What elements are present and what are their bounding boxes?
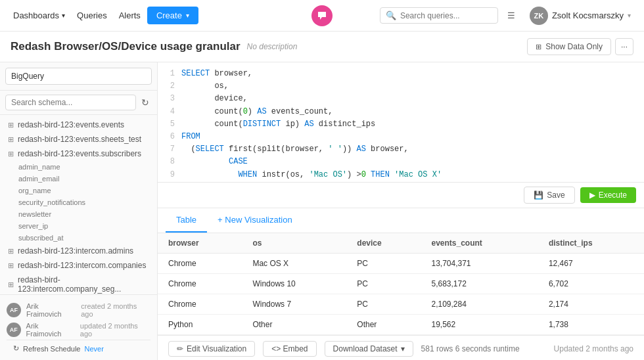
app-logo [311, 5, 333, 26]
col-os[interactable]: os [242, 233, 346, 254]
col-device[interactable]: device [346, 233, 421, 254]
schema-column: org_name [0, 185, 157, 196]
col-distinct-ips[interactable]: distinct_ips [538, 233, 644, 254]
schema-search-row: ↻ [0, 91, 157, 115]
execute-button[interactable]: ▶ Execute [580, 187, 636, 203]
updater-name: Arik Fraimovich [26, 322, 75, 338]
editor-area: 123456789101112131415161718 SELECT brows… [158, 62, 644, 360]
user-menu[interactable]: ZK Zsolt Kocsmarszky ▾ [524, 4, 636, 28]
top-nav: Dashboards ▾ Queries Alerts Create ▾ 🔍 ☰ [0, 0, 644, 32]
cell-browser: Chrome [158, 294, 242, 315]
data-table: browser os device events_count distinct_… [158, 233, 644, 335]
page-header: Redash Browser/OS/Device usage granular … [0, 32, 644, 62]
cell-os: Other [242, 315, 346, 335]
nav-right: 🔍 ☰ ZK Zsolt Kocsmarszky ▾ [380, 4, 636, 28]
table-header-row: browser os device events_count distinct_… [158, 233, 644, 254]
execute-label: Execute [599, 191, 627, 200]
cell-events-count: 13,704,371 [421, 254, 538, 274]
schema-item[interactable]: ⊞ redash-bird-123:intercom.companies [0, 258, 157, 273]
queries-label: Queries [77, 11, 107, 20]
save-label: Save [547, 191, 564, 200]
schema-list: ⊞ redash-bird-123:events.events ⊞ redash… [0, 115, 157, 294]
editor-toolbar: 💾 Save ▶ Execute [158, 183, 644, 208]
kebab-icon: ··· [621, 42, 628, 51]
schema-item[interactable]: ⊞ redash-bird-123:events.subscribers [0, 146, 157, 161]
sidebar: BigQuery ↻ ⊞ redash-bird-123:events.even… [0, 62, 158, 360]
cell-device: PC [346, 274, 421, 294]
creator-avatar: AF [7, 303, 21, 317]
queries-nav[interactable]: Queries [72, 7, 112, 24]
cell-events-count: 19,562 [421, 315, 538, 335]
filter-icon: ☰ [507, 11, 515, 20]
chevron-down-icon: ▾ [186, 12, 189, 19]
cell-events-count: 2,109,284 [421, 294, 538, 315]
edit-visualization-button[interactable]: ✏ Edit Visualization [168, 341, 255, 357]
code-content[interactable]: SELECT browser, os, device, count(0) AS … [181, 68, 644, 177]
datasource-select[interactable]: BigQuery [5, 68, 152, 85]
cell-events-count: 5,683,172 [421, 274, 538, 294]
page-description: No description [247, 42, 298, 51]
updated-label: updated 2 months ago [80, 322, 150, 338]
chevron-down-icon: ▾ [62, 12, 65, 19]
schema-column: subscribed_at [0, 232, 157, 244]
download-dataset-button[interactable]: Download Dataset ▾ [325, 341, 413, 357]
code-editor[interactable]: 123456789101112131415161718 SELECT brows… [158, 62, 644, 183]
kebab-menu-button[interactable]: ··· [615, 38, 633, 55]
code-lines: 123456789101112131415161718 SELECT brows… [158, 68, 644, 177]
results-tabs: Table + New Visualization [158, 208, 644, 233]
never-badge[interactable]: Never [84, 345, 103, 353]
tab-new-visualization[interactable]: + New Visualization [207, 208, 303, 233]
play-icon: ▶ [589, 191, 595, 200]
chevron-down-icon: ▾ [401, 344, 405, 353]
alerts-nav[interactable]: Alerts [114, 7, 146, 24]
schema-item[interactable]: ⊞ redash-bird-123:intercom.admins [0, 244, 157, 258]
table-row: Python Other Other 19,562 1,738 [158, 315, 644, 335]
table-icon: ⊞ [8, 261, 14, 270]
schema-item[interactable]: ⊞ redash-bird-123:intercom.company_seg..… [0, 273, 157, 294]
alerts-label: Alerts [119, 11, 141, 20]
schema-column: server_ip [0, 220, 157, 232]
dashboards-nav[interactable]: Dashboards ▾ [8, 7, 70, 24]
schema-column: admin_name [0, 161, 157, 173]
table-icon: ⊞ [8, 121, 14, 129]
schema-column: newsletter [0, 208, 157, 220]
cell-browser: Chrome [158, 254, 242, 274]
search-icon: 🔍 [386, 11, 396, 20]
col-browser[interactable]: browser [158, 233, 242, 254]
create-button[interactable]: Create ▾ [147, 7, 198, 24]
results-footer: ✏ Edit Visualization <> Embed Download D… [158, 335, 644, 360]
cell-distinct-ips: 12,467 [538, 254, 644, 274]
results-area: Table + New Visualization browser os dev… [158, 208, 644, 360]
user-name: Zsolt Kocsmarszky [552, 11, 624, 20]
refresh-icon: ↻ [13, 344, 19, 353]
updated-row: AF Arik Fraimovich updated 2 months ago [7, 320, 150, 340]
search-box[interactable]: 🔍 [380, 7, 498, 24]
chevron-down-icon: ▾ [628, 12, 631, 19]
schema-item[interactable]: ⊞ redash-bird-123:events.events [0, 118, 157, 132]
search-input[interactable] [400, 11, 492, 20]
table-icon: ⊞ [8, 281, 14, 289]
refresh-label: Refresh Schedule [23, 345, 80, 353]
filter-icon-btn[interactable]: ☰ [503, 7, 519, 24]
table-icon: ⊞ [8, 150, 14, 158]
col-events-count[interactable]: events_count [421, 233, 538, 254]
refresh-icon: ↻ [141, 97, 149, 108]
schema-item[interactable]: ⊞ redash-bird-123:events.sheets_test [0, 132, 157, 146]
embed-label: <> Embed [271, 344, 308, 353]
table-icon: ⊞ [8, 247, 14, 256]
nav-left: Dashboards ▾ Queries Alerts Create ▾ [8, 7, 198, 24]
cell-device: PC [346, 294, 421, 315]
table-row: Chrome Windows 10 PC 5,683,172 6,702 [158, 274, 644, 294]
cell-device: PC [346, 254, 421, 274]
refresh-schedule-row[interactable]: ↻ Refresh Schedule Never [7, 340, 150, 357]
embed-button[interactable]: <> Embed [263, 341, 316, 357]
tab-table[interactable]: Table [166, 208, 207, 233]
schema-search-input[interactable] [5, 95, 136, 110]
cell-browser: Python [158, 315, 242, 335]
schema-refresh-button[interactable]: ↻ [139, 96, 152, 109]
cell-os: Windows 7 [242, 294, 346, 315]
show-data-only-button[interactable]: ⊞ Show Data Only [527, 38, 611, 55]
data-table-container: browser os device events_count distinct_… [158, 233, 644, 335]
cell-distinct-ips: 2,174 [538, 294, 644, 315]
save-button[interactable]: 💾 Save [524, 187, 574, 204]
